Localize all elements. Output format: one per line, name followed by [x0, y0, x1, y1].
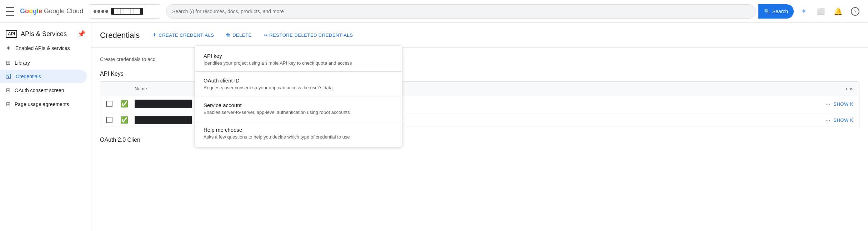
project-name: ████████	[111, 8, 143, 15]
search-bar-container	[166, 4, 756, 19]
menu-item-service-account[interactable]: Service account Enables server-to-server…	[195, 98, 402, 119]
cloud-shell-icon: ⬜	[817, 7, 825, 15]
sidebar-item-label: OAuth consent screen	[15, 87, 64, 93]
row1-checkbox[interactable]	[106, 101, 112, 107]
top-header: Google Google Cloud ████████ 🔍 Search ✦ …	[0, 0, 868, 23]
row1-name	[135, 100, 192, 108]
content-toolbar: Credentials + CREATE CREDENTIALS 🗑 DELET…	[91, 23, 868, 48]
row1-more-options[interactable]: ···	[825, 100, 831, 108]
sidebar-item-label: Page usage agreements	[15, 101, 69, 107]
sidebar-item-page-usage[interactable]: ⊞ Page usage agreements	[0, 97, 87, 111]
page-usage-icon: ⊞	[6, 101, 10, 107]
api-badge: API	[6, 30, 17, 38]
row2-checkbox[interactable]	[106, 117, 112, 123]
sidebar-item-label: Library	[15, 60, 30, 66]
menu-item-oauth-client[interactable]: OAuth client ID Requests user consent so…	[195, 73, 402, 95]
oauth-client-title: OAuth client ID	[204, 77, 393, 84]
create-credentials-label: CREATE CREDENTIALS	[159, 32, 214, 38]
create-credentials-dropdown: API key Identifies your project using a …	[195, 46, 402, 147]
oauth-client-desc: Requests user consent so your app can ac…	[204, 85, 393, 90]
restore-credentials-button[interactable]: ↩ RESTORE DELETED CREDENTIALS	[259, 30, 357, 41]
pin-icon: 📌	[77, 30, 85, 38]
header-actions-col: ons	[846, 86, 853, 91]
oauth-icon: ⊞	[6, 87, 10, 94]
service-account-desc: Enables server-to-server, app-level auth…	[204, 110, 393, 115]
sidebar: API APIs & Services 📌 ✦ Enabled APIs & s…	[0, 23, 91, 231]
row1-show-key[interactable]: SHOW K	[833, 101, 853, 107]
search-input[interactable]	[172, 9, 750, 14]
restore-label: RESTORE DELETED CREDENTIALS	[269, 32, 353, 38]
menu-divider-2	[195, 96, 402, 96]
sidebar-header: API APIs & Services 📌	[0, 26, 91, 41]
enabled-apis-icon: ✦	[6, 44, 11, 52]
menu-divider-3	[195, 121, 402, 121]
menu-item-api-key[interactable]: API key Identifies your project using a …	[195, 49, 402, 70]
row2-name	[135, 116, 192, 124]
bell-icon: 🔔	[834, 7, 843, 16]
cloud-shell-button[interactable]: ⬜	[814, 4, 828, 19]
delete-label: DELETE	[232, 32, 252, 38]
row2-show-key[interactable]: SHOW K	[833, 117, 853, 123]
sidebar-item-enabled-apis[interactable]: ✦ Enabled APIs & services	[0, 41, 87, 56]
menu-item-help-choose[interactable]: Help me choose Asks a few questions to h…	[195, 122, 402, 144]
credentials-icon: ⚿	[6, 73, 11, 80]
row2-more-options[interactable]: ···	[825, 116, 831, 124]
sidebar-title: APIs & Services	[21, 30, 67, 38]
delete-button[interactable]: 🗑 DELETE	[221, 30, 256, 41]
row2-status-icon: ✅	[120, 116, 128, 124]
sidebar-item-credentials[interactable]: ⚿ Credentials	[0, 70, 87, 83]
gemini-button[interactable]: ✦	[797, 4, 811, 19]
sidebar-item-label: Enabled APIs & services	[15, 45, 70, 51]
library-icon: ⊞	[6, 59, 10, 66]
hamburger-menu[interactable]	[6, 7, 14, 16]
google-cloud-logo: Google Google Cloud	[20, 7, 83, 15]
service-account-title: Service account	[204, 102, 393, 108]
project-selector[interactable]: ████████	[89, 4, 160, 19]
menu-divider-1	[195, 71, 402, 72]
page-title: Credentials	[100, 31, 140, 40]
header-icons: ✦ ⬜ 🔔 ?	[797, 4, 862, 19]
help-icon: ?	[851, 7, 859, 16]
api-key-title: API key	[204, 53, 393, 59]
plus-icon: +	[152, 31, 156, 39]
create-credentials-button[interactable]: + CREATE CREDENTIALS	[148, 29, 218, 42]
search-button[interactable]: 🔍 Search	[758, 4, 794, 19]
help-button[interactable]: ?	[848, 4, 862, 19]
gemini-icon: ✦	[801, 7, 807, 16]
notifications-button[interactable]: 🔔	[831, 4, 845, 19]
main-layout: API APIs & Services 📌 ✦ Enabled APIs & s…	[0, 23, 868, 231]
search-button-label: Search	[772, 9, 788, 14]
trash-icon: 🗑	[226, 32, 231, 38]
help-choose-desc: Asks a few questions to help you decide …	[204, 134, 393, 140]
help-choose-title: Help me choose	[204, 127, 393, 133]
content-area: Credentials + CREATE CREDENTIALS 🗑 DELET…	[91, 23, 868, 231]
restore-icon: ↩	[263, 32, 267, 38]
sidebar-item-label: Credentials	[16, 74, 41, 79]
sidebar-item-library[interactable]: ⊞ Library	[0, 56, 87, 70]
project-dots	[94, 10, 108, 13]
row1-status-icon: ✅	[120, 100, 128, 107]
search-icon: 🔍	[764, 9, 770, 14]
api-key-desc: Identifies your project using a simple A…	[204, 60, 393, 66]
sidebar-item-oauth-consent[interactable]: ⊞ OAuth consent screen	[0, 83, 87, 97]
